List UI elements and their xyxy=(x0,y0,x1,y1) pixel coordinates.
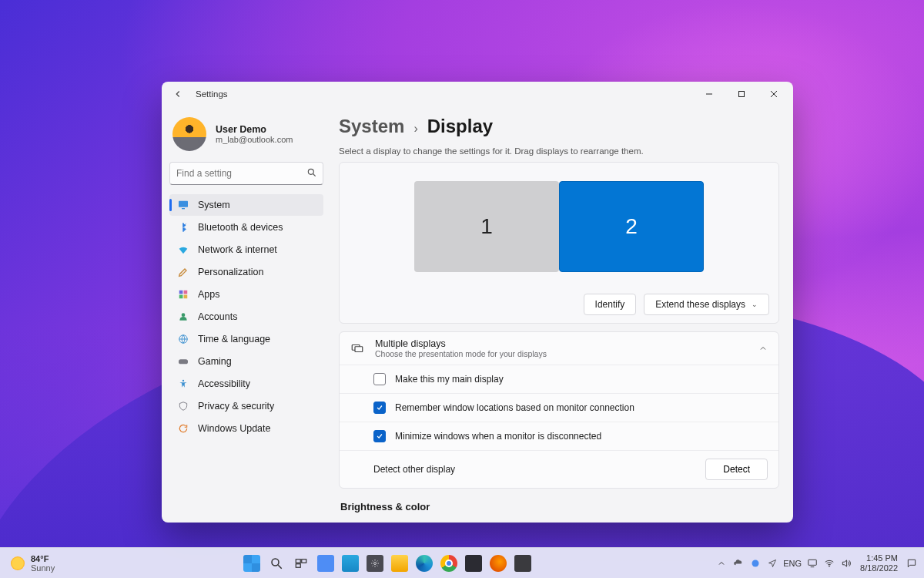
svg-point-22 xyxy=(752,560,759,566)
sidebar-item-label: Personalization xyxy=(198,267,263,277)
detect-row-label: Detect other display xyxy=(373,464,455,475)
taskbar-app-terminal[interactable] xyxy=(463,553,484,574)
svg-point-16 xyxy=(272,559,279,566)
sidebar-item-accounts[interactable]: Accounts xyxy=(169,306,323,328)
svg-point-13 xyxy=(182,380,184,381)
sun-icon xyxy=(11,556,25,570)
monitor-icon xyxy=(177,199,189,211)
checkbox[interactable] xyxy=(373,402,386,414)
tray-onedrive-icon[interactable] xyxy=(732,557,745,570)
sidebar-item-system[interactable]: System xyxy=(169,194,323,216)
maximize-button[interactable] xyxy=(725,83,758,105)
svg-rect-8 xyxy=(179,295,183,299)
tray-location-icon[interactable] xyxy=(766,557,778,570)
multiple-displays-expander[interactable]: Multiple displays Choose the presentatio… xyxy=(340,332,778,365)
option-label: Minimize windows when a monitor is disco… xyxy=(395,431,601,442)
taskbar-app-settings[interactable] xyxy=(364,553,386,574)
card-description: Choose the presentation mode for your di… xyxy=(375,349,547,358)
chevron-down-icon: ⌄ xyxy=(752,301,758,308)
sidebar-item-gaming[interactable]: Gaming xyxy=(169,351,323,372)
avatar xyxy=(172,117,206,151)
sidebar-item-time[interactable]: Time & language xyxy=(169,328,323,350)
sidebar-item-label: Network & internet xyxy=(198,244,277,255)
arrange-help-text: Select a display to change the settings … xyxy=(339,146,779,156)
tray-chevron-up-icon[interactable] xyxy=(715,557,728,570)
detect-button[interactable]: Detect xyxy=(705,459,768,480)
sidebar-item-bluetooth[interactable]: Bluetooth & devices xyxy=(169,217,323,238)
sidebar-item-network[interactable]: Network & internet xyxy=(169,239,323,260)
svg-rect-18 xyxy=(296,559,300,563)
sidebar-item-label: Windows Update xyxy=(198,423,271,434)
window-title: Settings xyxy=(196,89,228,99)
svg-rect-15 xyxy=(355,347,363,352)
displays-icon xyxy=(350,341,364,355)
breadcrumb-current: Display xyxy=(427,116,493,137)
weather-widget[interactable]: 84°F Sunny xyxy=(6,553,59,574)
svg-rect-4 xyxy=(179,201,188,207)
chevron-up-icon xyxy=(758,344,768,353)
taskbar-app-chrome[interactable] xyxy=(438,553,460,574)
svg-rect-9 xyxy=(184,295,188,299)
card-title: Multiple displays xyxy=(375,338,547,349)
sidebar-item-privacy[interactable]: Privacy & security xyxy=(169,395,323,417)
monitor-2[interactable]: 2 xyxy=(559,181,704,272)
tray-messenger-icon[interactable] xyxy=(749,557,762,570)
start-button[interactable] xyxy=(241,553,263,574)
taskbar-clock[interactable]: 1:45 PM 8/18/2022 xyxy=(860,553,898,572)
sidebar-item-personalization[interactable]: Personalization xyxy=(169,261,323,283)
sidebar-item-accessibility[interactable]: Accessibility xyxy=(169,373,323,395)
search-button[interactable] xyxy=(266,553,287,574)
projection-mode-dropdown[interactable]: Extend these displays ⌄ xyxy=(644,294,769,315)
taskbar-app-explorer[interactable] xyxy=(389,553,410,574)
breadcrumb-parent[interactable]: System xyxy=(339,116,404,137)
taskbar-app-firefox[interactable] xyxy=(487,553,509,574)
monitor-1[interactable]: 1 xyxy=(414,181,559,272)
monitor-canvas[interactable]: 12 xyxy=(349,176,769,277)
sidebar-item-update[interactable]: Windows Update xyxy=(169,418,323,439)
notifications-button[interactable] xyxy=(906,557,918,570)
svg-rect-1 xyxy=(739,92,745,97)
main-content: System › Display Select a display to cha… xyxy=(331,106,793,523)
brightness-section-header: Brightness & color xyxy=(340,501,779,512)
taskbar: 84°F Sunny ENG 1:45 PM 8/18/2022 xyxy=(0,547,924,578)
sidebar-item-label: Bluetooth & devices xyxy=(198,222,283,233)
back-button[interactable] xyxy=(171,87,185,101)
display-option-row: Make this my main display xyxy=(340,365,778,393)
taskbar-app-chat[interactable] xyxy=(315,553,336,574)
checkbox[interactable] xyxy=(373,373,386,385)
tray-wifi-icon[interactable] xyxy=(823,557,835,570)
display-option-row: Remember window locations based on monit… xyxy=(340,393,778,422)
option-label: Make this my main display xyxy=(395,374,504,385)
svg-point-10 xyxy=(182,313,186,317)
sidebar-item-label: Accessibility xyxy=(198,378,250,389)
taskbar-app-people[interactable] xyxy=(340,553,361,574)
checkbox[interactable] xyxy=(373,430,386,442)
search-box[interactable] xyxy=(169,162,323,185)
close-button[interactable] xyxy=(758,83,790,105)
account-header[interactable]: User Demo m_lab@outlook.com xyxy=(169,113,323,157)
tray-cast-icon[interactable] xyxy=(806,557,819,570)
sidebar-item-label: Time & language xyxy=(198,334,270,344)
display-option-row: Minimize windows when a monitor is disco… xyxy=(340,422,778,450)
tray-volume-icon[interactable] xyxy=(840,557,852,570)
svg-line-17 xyxy=(278,565,282,569)
apps-icon xyxy=(177,288,189,301)
svg-rect-5 xyxy=(182,208,185,209)
tray-language[interactable]: ENG xyxy=(783,559,802,568)
weather-temp: 84°F xyxy=(31,554,55,563)
task-view-button[interactable] xyxy=(290,553,312,574)
minimize-button[interactable] xyxy=(693,83,725,105)
sidebar-item-label: System xyxy=(198,200,230,210)
taskbar-app-misc[interactable] xyxy=(512,553,534,574)
sidebar-item-label: Apps xyxy=(198,289,220,300)
svg-rect-20 xyxy=(296,563,300,567)
svg-point-25 xyxy=(829,565,829,566)
multiple-displays-card: Multiple displays Choose the presentatio… xyxy=(339,331,779,489)
search-input[interactable] xyxy=(169,162,323,185)
svg-rect-7 xyxy=(184,291,188,294)
globe-icon xyxy=(177,333,189,345)
sidebar-item-apps[interactable]: Apps xyxy=(169,284,323,305)
taskbar-app-edge[interactable] xyxy=(413,553,435,574)
sidebar-item-label: Gaming xyxy=(198,356,232,367)
identify-button[interactable]: Identify xyxy=(584,294,637,315)
